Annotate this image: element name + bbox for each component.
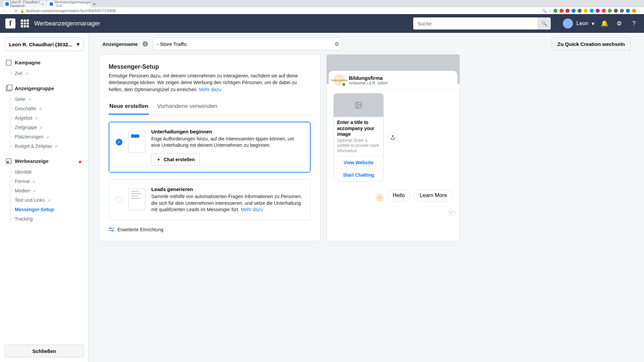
- quick-reply-learn-more[interactable]: Learn More: [414, 189, 453, 201]
- advanced-setup-link[interactable]: Erweiterte Einrichtung: [109, 227, 311, 232]
- plus-icon: ＋: [156, 157, 161, 163]
- extension-icon[interactable]: [578, 9, 582, 13]
- page-subtitle: Antwortet i.d.R. sofort: [349, 81, 387, 85]
- extension-icon[interactable]: [596, 9, 600, 13]
- check-icon: ✓: [35, 116, 39, 121]
- extension-icon[interactable]: [584, 9, 588, 13]
- reload-icon[interactable]: ⟳: [15, 9, 17, 13]
- tab-vorhandene-verwenden[interactable]: Vorhandene verwenden: [156, 100, 218, 115]
- close-button[interactable]: Schließen: [5, 345, 84, 357]
- tab-neue-erstellen[interactable]: Neue erstellen: [109, 100, 149, 115]
- zoom-icon[interactable]: 🔍: [542, 9, 546, 13]
- nav-section-kampagne[interactable]: Kampagne: [0, 56, 89, 69]
- search-input[interactable]: [413, 17, 537, 29]
- nav-section-werbeanzeige[interactable]: Werbeanzeige ▲: [0, 155, 89, 167]
- section-title: Messenger-Setup: [109, 63, 311, 70]
- forward-icon[interactable]: →: [9, 9, 12, 13]
- extension-icon[interactable]: [590, 9, 594, 13]
- nav-item-messenger-setup[interactable]: Messenger-Setup: [0, 205, 89, 214]
- option-description: Füge Aufforderungen hinzu, auf die Inter…: [151, 136, 304, 149]
- share-icon[interactable]: [388, 132, 398, 142]
- view-website-button[interactable]: View Website: [334, 156, 383, 169]
- page-avatar-small: B: [376, 193, 384, 201]
- warning-icon: ▲: [77, 158, 83, 164]
- more-link[interactable]: Mehr dazu: [199, 87, 221, 92]
- emoji-add-icon[interactable]: ☺⁺: [448, 209, 455, 216]
- chevron-down-icon[interactable]: ▾: [592, 20, 594, 27]
- check-icon: ✓: [28, 97, 32, 102]
- extension-icon[interactable]: [626, 9, 630, 13]
- nav-item-tracking[interactable]: Tracking: [0, 214, 89, 224]
- svg-point-2: [110, 228, 111, 229]
- nav-item-identitaet[interactable]: Identität: [0, 167, 89, 177]
- help-icon[interactable]: ?: [629, 20, 639, 27]
- browser-tab-0[interactable]: Leon R. Chaudhari | Facebook ×: [3, 1, 46, 7]
- check-icon: ✓: [39, 106, 43, 111]
- more-link[interactable]: Mehr dazu: [241, 207, 263, 212]
- nav-item-seite[interactable]: Seite✓: [0, 95, 89, 104]
- app-title: Werbeanzeigenmanager: [34, 20, 100, 27]
- startumors-chatting-button[interactable]: Start Chatting: [334, 169, 383, 181]
- nav-item-angebot[interactable]: Angebot✓: [0, 113, 89, 123]
- back-icon[interactable]: ←: [3, 9, 6, 13]
- apps-grid-icon[interactable]: [21, 19, 29, 27]
- extension-icon[interactable]: [602, 9, 606, 13]
- nav-section-anzeigengruppe[interactable]: Anzeigengruppe: [0, 82, 89, 95]
- online-status-icon: [342, 82, 346, 86]
- nav-item-medien[interactable]: Medien✓: [0, 186, 89, 195]
- settings-icon[interactable]: ⚙: [614, 20, 624, 27]
- nav-item-geschaefte[interactable]: Geschäfte✓: [0, 104, 89, 113]
- new-tab-button[interactable]: +: [91, 1, 98, 7]
- account-selector[interactable]: Leon R. Chaudhari (3032... ▾: [5, 38, 84, 51]
- create-chat-button[interactable]: ＋ Chat erstellen: [151, 154, 200, 166]
- svg-point-3: [112, 230, 113, 231]
- radio-unselected-icon: [116, 196, 122, 203]
- menu-icon[interactable]: ⋮: [638, 9, 641, 13]
- facebook-favicon: [50, 2, 53, 6]
- check-icon: ✓: [55, 144, 58, 149]
- option-leads[interactable]: Leads generieren Sammle mithilfe von aut…: [109, 179, 311, 220]
- option-title: Unterhaltungen beginnen: [151, 129, 304, 134]
- image-icon: [6, 159, 11, 164]
- browser-tab-1[interactable]: Werbeanzeigenmanager - Cre ×: [47, 1, 91, 7]
- extension-icon[interactable]: [608, 9, 612, 13]
- nav-item-zielgruppe[interactable]: Zielgruppe✓: [0, 123, 89, 132]
- quick-creation-button[interactable]: Zu Quick Creation wechseln: [552, 38, 631, 50]
- gear-icon[interactable]: ⚙: [334, 41, 339, 47]
- facebook-logo[interactable]: f: [5, 18, 15, 28]
- extension-icon[interactable]: [553, 9, 557, 13]
- nav-item-ziel[interactable]: Ziel ✓: [0, 69, 89, 78]
- extension-icon[interactable]: [632, 9, 636, 13]
- quick-reply-hello[interactable]: Hello: [387, 189, 411, 201]
- address-bar[interactable]: facebook.com/adsmanager/creation?act=303…: [26, 9, 116, 13]
- section-description: Ermutige Personen dazu, mit deinem Unter…: [109, 72, 311, 93]
- extension-icon[interactable]: [566, 9, 570, 13]
- page-name: Bildungsfirma: [349, 75, 387, 81]
- nav-item-text-links[interactable]: Text und Links✓: [0, 195, 89, 205]
- lock-icon: 🔒: [20, 9, 24, 13]
- notifications-icon[interactable]: 🔔: [600, 20, 609, 27]
- stack-icon: [6, 86, 11, 91]
- extension-icon[interactable]: [614, 9, 618, 13]
- info-icon[interactable]: i: [143, 41, 148, 47]
- extension-icon[interactable]: [572, 9, 576, 13]
- tab-title: Werbeanzeigenmanager - Cre: [54, 0, 91, 8]
- check-icon: ✓: [32, 179, 36, 184]
- option-unterhaltungen[interactable]: ✓ Unterhaltungen beginnen Füge Aufforder…: [109, 122, 311, 173]
- preview-card-subtitle: Optional: Enter a subtitle to provide mo…: [337, 138, 380, 154]
- account-label: Leon R. Chaudhari (3032...: [9, 42, 72, 47]
- check-icon: ✓: [40, 125, 43, 130]
- nav-item-platzierungen[interactable]: Platzierungen✓: [0, 132, 89, 141]
- search-button[interactable]: 🔍: [537, 17, 551, 29]
- nav-item-budget[interactable]: Budget & Zeitplan✓: [0, 141, 89, 151]
- option-description: Sammle mithilfe von automatisierten Frag…: [151, 193, 304, 213]
- close-icon[interactable]: ×: [42, 2, 44, 6]
- extension-icon[interactable]: [620, 9, 624, 13]
- facebook-topbar: f Werbeanzeigenmanager 🔍 Leon ▾ 🔔 ⚙ ?: [0, 14, 644, 33]
- star-icon[interactable]: ☆: [548, 9, 551, 13]
- ad-name-input[interactable]: [156, 41, 334, 47]
- extension-icon[interactable]: [559, 9, 564, 13]
- nav-item-format[interactable]: Format✓: [0, 177, 89, 186]
- browser-chrome: Leon R. Chaudhari | Facebook × Werbeanze…: [0, 0, 644, 14]
- avatar[interactable]: [563, 18, 573, 28]
